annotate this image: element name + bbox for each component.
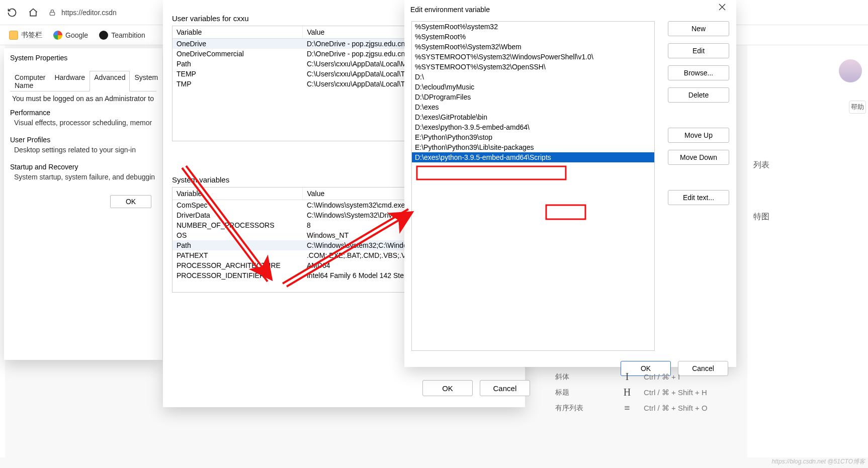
performance-section: Performance Visual effects, processor sc… xyxy=(10,109,156,127)
performance-heading: Performance xyxy=(10,109,156,117)
bookmark-folder[interactable]: 书签栏 xyxy=(9,31,42,40)
reload-icon[interactable] xyxy=(6,7,18,19)
close-icon[interactable] xyxy=(713,3,731,16)
startup-desc: System startup, system failure, and debu… xyxy=(10,173,156,181)
tab-system[interactable]: System xyxy=(130,71,162,91)
shortcut-combo: Ctrl / ⌘ + Shift + O xyxy=(644,404,708,413)
sidebar-text-tab[interactable]: 特图 xyxy=(753,212,862,222)
new-button[interactable]: New xyxy=(668,21,729,36)
editor-sidebar: 帮助 列表 特图 xyxy=(747,45,868,457)
google-icon xyxy=(53,31,62,40)
startup-heading: Startup and Recovery xyxy=(10,163,156,171)
title-text: Edit environment variable xyxy=(410,6,490,14)
list-item[interactable]: D:\exes\python-3.9.5-embed-amd64\ xyxy=(412,122,654,132)
col-variable[interactable]: Variable xyxy=(172,188,303,200)
teambition-icon xyxy=(99,31,108,40)
shortcut-combo: Ctrl / ⌘ + Shift + H xyxy=(644,388,707,397)
cell-var: Path xyxy=(172,240,303,250)
shortcut-combo: Ctrl / ⌘ + I xyxy=(644,372,680,382)
user-profiles-desc: Desktop settings related to your sign-in xyxy=(10,146,156,154)
user-profiles-section: User Profiles Desktop settings related t… xyxy=(10,136,156,154)
list-item[interactable]: D:\exes\python-3.9.5-embed-amd64\Scripts xyxy=(412,152,654,162)
envvars-cancel-button[interactable]: Cancel xyxy=(480,380,530,396)
user-profiles-heading: User Profiles xyxy=(10,136,156,144)
list-item[interactable]: %SystemRoot%\system32 xyxy=(412,22,654,32)
tab-advanced[interactable]: Advanced xyxy=(90,71,130,91)
edit-env-variable-dialog: Edit environment variable %SystemRoot%\s… xyxy=(404,0,736,367)
help-button[interactable]: 帮助 xyxy=(849,101,866,114)
browse-button[interactable]: Browse... xyxy=(668,65,729,80)
tabs: Computer Name Hardware Advanced System xyxy=(10,70,156,91)
edit-button[interactable]: Edit xyxy=(668,43,729,58)
shortcut-row: 标题HCtrl / ⌘ + Shift + H xyxy=(555,385,756,400)
move-up-button[interactable]: Move Up xyxy=(668,128,729,143)
list-item[interactable]: %SystemRoot% xyxy=(412,32,654,42)
home-icon[interactable] xyxy=(27,7,39,19)
address-bar[interactable]: https://editor.csdn xyxy=(48,9,117,17)
bookmark-teambition[interactable]: Teambition xyxy=(99,31,145,40)
system-properties-dialog: System Properties Computer Name Hardware… xyxy=(4,48,162,360)
cell-var: OneDriveCommercial xyxy=(172,49,303,59)
list-item[interactable]: E:\Python\Python39\Lib\site-packages xyxy=(412,142,654,152)
tab-computer-name[interactable]: Computer Name xyxy=(10,71,50,91)
shortcut-row: 斜体ICtrl / ⌘ + I xyxy=(555,369,756,385)
startup-recovery-section: Startup and Recovery System startup, sys… xyxy=(10,163,156,181)
cell-var: PROCESSOR_ARCHITECTURE xyxy=(172,260,303,270)
list-item[interactable]: %SYSTEMROOT%\System32\WindowsPowerShell\… xyxy=(412,52,654,62)
edit-buttons: New Edit Browse... Delete Move Up Move D… xyxy=(664,21,729,351)
shortcut-name: 斜体 xyxy=(555,372,611,382)
cell-var: Path xyxy=(172,59,303,69)
list-item[interactable]: %SystemRoot%\System32\Wbem xyxy=(412,42,654,52)
move-down-button[interactable]: Move Down xyxy=(668,150,729,165)
cell-var: ComSpec xyxy=(172,200,303,211)
edit-text-button[interactable]: Edit text... xyxy=(668,190,729,205)
list-item[interactable]: E:\Python\Python39\stop xyxy=(412,132,654,142)
envvars-footer: OK Cancel xyxy=(417,380,530,396)
folder-icon xyxy=(9,31,18,40)
list-item[interactable]: %SYSTEMROOT%\System32\OpenSSH\ xyxy=(412,62,654,72)
cell-var: TMP xyxy=(172,79,303,89)
title-text: System Properties xyxy=(10,54,67,62)
list-item[interactable]: D:\exes\GitProtable\bin xyxy=(412,112,654,122)
shortcut-icon: I xyxy=(620,371,635,383)
sidebar-text-list[interactable]: 列表 xyxy=(753,160,862,170)
lock-icon xyxy=(48,9,56,17)
list-item[interactable]: D:\ xyxy=(412,72,654,82)
cell-var: NUMBER_OF_PROCESSORS xyxy=(172,220,303,230)
shortcut-icon: H xyxy=(620,387,635,398)
list-item[interactable]: D:\DProgramFiles xyxy=(412,92,654,102)
svg-rect-0 xyxy=(50,12,54,15)
sysprops-ok-button[interactable]: OK xyxy=(110,195,151,208)
list-item[interactable]: D:\exes xyxy=(412,102,654,112)
cell-var: PROCESSOR_IDENTIFIER xyxy=(172,270,303,280)
cell-var: OS xyxy=(172,230,303,240)
titlebar[interactable]: System Properties xyxy=(4,48,162,65)
shortcut-icon: ≡ xyxy=(620,402,635,414)
url-text: https://editor.csdn xyxy=(61,9,117,17)
watermark: https://blog.csdn.net @51CTO博客 xyxy=(772,457,865,466)
shortcut-list: 斜体ICtrl / ⌘ + I标题HCtrl / ⌘ + Shift + H有序… xyxy=(555,369,756,416)
cell-var: DriverData xyxy=(172,210,303,220)
avatar[interactable] xyxy=(839,59,862,82)
bookmark-google[interactable]: Google xyxy=(53,31,88,40)
shortcut-name: 标题 xyxy=(555,388,611,397)
admin-note: You must be logged on as an Administrato… xyxy=(12,95,156,103)
col-variable[interactable]: Variable xyxy=(172,26,303,39)
performance-desc: Visual effects, processor scheduling, me… xyxy=(10,119,156,127)
delete-button[interactable]: Delete xyxy=(668,87,729,103)
cell-var: OneDrive xyxy=(172,39,303,49)
cell-var: PATHEXT xyxy=(172,250,303,260)
tab-hardware[interactable]: Hardware xyxy=(50,71,90,91)
titlebar[interactable]: Edit environment variable xyxy=(404,0,736,17)
envvars-ok-button[interactable]: OK xyxy=(422,380,473,396)
cell-var: TEMP xyxy=(172,69,303,79)
shortcut-name: 有序列表 xyxy=(555,404,611,413)
shortcut-row: 有序列表≡Ctrl / ⌘ + Shift + O xyxy=(555,400,756,416)
list-item[interactable]: D:\ecloud\myMusic xyxy=(412,82,654,92)
path-list[interactable]: %SystemRoot%\system32%SystemRoot%%System… xyxy=(411,21,655,351)
